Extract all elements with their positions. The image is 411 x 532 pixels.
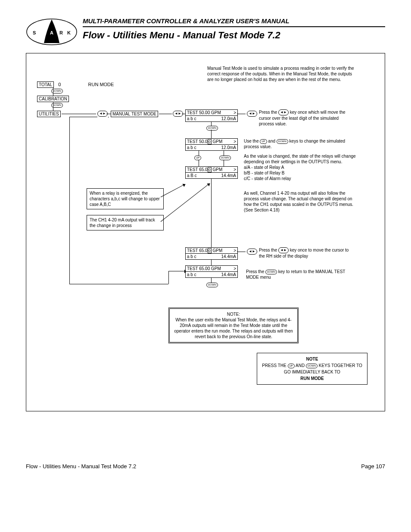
lr-key-icon (278, 109, 289, 115)
manual-title: MULTI-PARAMETER CONTROLLER & ANALYZER US… (83, 17, 385, 27)
footer-left: Flow - Utilities Menu - Manual Test Mode… (26, 463, 136, 470)
down-key-icon: DOWN (277, 139, 288, 144)
display-test-1: TEST 50.00 GPM> a b c12.0mA (185, 109, 238, 122)
display-test-3: TEST 65.00 GPM> a B c14.4mA (185, 166, 238, 179)
total-label: TOTAL (37, 81, 54, 88)
press-down-text: Press the DOWN key to return to the MANU… (246, 269, 349, 280)
down-key-icon: DOWN (206, 126, 218, 131)
shark-logo: S H A R K (26, 17, 78, 45)
diagram-frame: Manual Test Mode is used to simulate a p… (26, 53, 385, 411)
page-footer: Flow - Utilities Menu - Manual Test Mode… (26, 463, 385, 470)
run-mode-note-box: NOTE PRESS THE UP AND DOWN KEYS TOGETHER… (257, 353, 367, 385)
use-keys-text: Use the UP and DOWN keys to change the s… (244, 138, 358, 149)
down-key-icon: DOWN (306, 364, 318, 368)
lr-key-icon (247, 111, 257, 117)
display-test-4: TEST 65.00 GPM> a b c14.4mA (185, 247, 238, 260)
press-lr-text-2: Press the key once to move the cursor to… (259, 247, 349, 259)
calibration-label: CALIBRATION (37, 96, 69, 102)
utilities-label: UTILITIES (37, 111, 61, 117)
section-title: Flow - Utilities Menu - Manual Test Mode… (83, 30, 385, 41)
manual-test-mode-label: MANUAL TEST MODE (111, 111, 158, 117)
footer-right: Page 107 (361, 463, 385, 470)
relay-state-text: As the value is changed, the state of th… (244, 153, 358, 181)
down-key-icon: DOWN (206, 283, 218, 287)
lr-key-icon (247, 249, 257, 255)
run-mode-label: RUN MODE (88, 82, 114, 87)
svg-text:H: H (40, 30, 44, 35)
intro-text: Manual Test Mode is used to simulate a p… (207, 65, 358, 82)
display-test-5: TEST 65.00 GPM> a b c14.4mA (185, 265, 238, 278)
display-test-2: TEST 50.00 GPM> a b c12.0mA (185, 138, 238, 151)
svg-text:R: R (59, 30, 63, 35)
up-key-icon: UP (260, 139, 267, 144)
exit-note-box: NOTE: When the user exits the Manual Tes… (168, 308, 299, 343)
down-key-icon: DOWN (265, 270, 277, 274)
svg-text:S: S (33, 30, 36, 35)
svg-text:A: A (50, 30, 53, 35)
press-lr-text-1: Press the key once which will move the c… (259, 109, 349, 127)
ch1-track-box: The CH1 4-20 mA output will track the ch… (87, 215, 164, 230)
down-key-icon: DOWN (219, 156, 231, 160)
total-value: 0 (55, 82, 64, 87)
up-key-icon: UP (288, 364, 295, 368)
lr-key-icon (278, 247, 289, 253)
ch1-follow-text: As well, Channel 1 4-20 ma output will a… (244, 190, 358, 213)
up-key-icon: UP (194, 156, 201, 160)
page-header: S H A R K MULTI-PARAMETER CONTROLLER & A… (26, 17, 385, 45)
svg-text:K: K (67, 30, 71, 35)
relay-energized-box: When a relay is energized, the character… (87, 188, 164, 209)
